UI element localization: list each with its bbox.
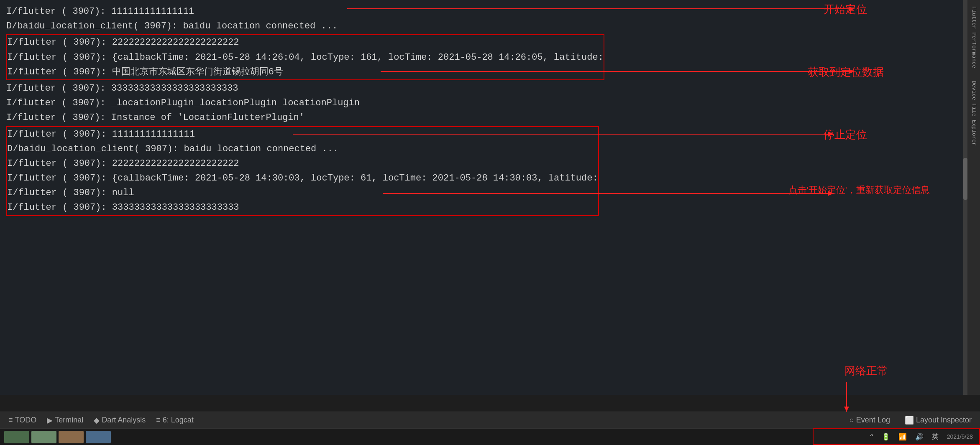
annotation-reget-location: 点击'开始定位'，重新获取定位信息 [788,184,930,196]
logcat-icon: ≡ [156,416,161,425]
log-line-3: I/flutter ( 3907): 222222222222222222222… [7,35,604,50]
log-line-2: D/baidu_location_client( 3907): baidu lo… [6,19,961,33]
log-content-10: baidu location connected ... [184,144,338,154]
bottom-toolbar: ≡ TODO ▶ Terminal ◆ Dart Analysis ≡ 6: L… [0,412,980,428]
toolbar-todo-label: TODO [15,416,37,425]
log-content-5: 中国北京市东城区东华门街道锡拉胡同6号 [112,67,283,77]
toolbar-terminal-label: Terminal [55,416,83,425]
log-line-4: I/flutter ( 3907): {callbackTime: 2021-0… [7,50,604,65]
log-prefix-3: I/flutter ( 3907): [7,37,112,48]
log-prefix-7: I/flutter ( 3907): [6,98,111,108]
red-box-group-1: I/flutter ( 3907): 222222222222222222222… [6,34,604,80]
dart-icon: ◆ [94,416,100,425]
log-line-7: I/flutter ( 3907): _locationPlugin_locat… [6,96,961,110]
log-line-1: I/flutter ( 3907): 111111111111111 [6,4,961,19]
taskbar-app-1[interactable] [4,431,29,443]
log-content-4: {callbackTime: 2021-05-28 14:26:04, locT… [112,52,604,63]
log-content-9: 111111111111111 [112,129,195,140]
arrow-network-normal [846,382,847,412]
toolbar-layout-inspector-label: Layout Inspector [916,416,972,425]
toolbar-terminal[interactable]: ▶ Terminal [43,414,87,426]
toolbar-dart-label: Dart Analysis [102,416,146,425]
log-content-11: 22222222222222222222222 [112,158,239,169]
log-content-8: Instance of 'LocationFlutterPlugin' [111,112,304,123]
tray-language[interactable]: 英 [930,432,941,442]
log-prefix-13: I/flutter ( 3907): [7,188,112,198]
annotation-get-location: 获取到定位数据 [808,65,884,79]
log-prefix-14: I/flutter ( 3907): [7,202,112,213]
log-prefix-10: D/baidu_location_client( 3907): [7,144,184,154]
log-prefix-9: I/flutter ( 3907): [7,129,112,140]
annotation-stop-location: 停止定位 [824,127,867,142]
system-tray: ^ 🔋 📶 🔊 英 2021/5/28 [813,428,980,445]
toolbar-logcat-label: 6: Logcat [163,416,194,425]
scrollbar-thumb[interactable] [963,158,967,200]
taskbar: ^ 🔋 📶 🔊 英 2021/5/28 [0,428,980,445]
log-line-11: I/flutter ( 3907): 222222222222222222222… [7,156,598,171]
arrow-stop-location [293,134,834,135]
sidebar-flutter-performance[interactable]: Flutter Performance [970,4,978,70]
event-log-icon: ○ [850,416,854,425]
log-prefix-6: I/flutter ( 3907): [6,83,111,94]
todo-icon: ≡ [8,416,13,425]
log-prefix-2: D/baidu_location_client( 3907): [6,21,183,31]
terminal-icon: ▶ [47,416,53,425]
log-content-3: 22222222222222222222222 [112,37,239,48]
red-box-group-2: I/flutter ( 3907): 111111111111111 D/bai… [6,126,599,216]
log-content-7: _locationPlugin_locationPlugin_locationP… [111,98,360,108]
toolbar-layout-inspector[interactable]: ⬜ Layout Inspector [901,414,976,426]
tray-time: 2021/5/28 [945,432,975,441]
taskbar-app-4[interactable] [86,431,111,443]
log-line-14: I/flutter ( 3907): 333333333333333333333… [7,200,598,215]
toolbar-todo[interactable]: ≡ TODO [4,414,41,426]
arrow-reget-location [383,193,834,194]
log-prefix-11: I/flutter ( 3907): [7,158,112,169]
log-line-5: I/flutter ( 3907): 中国北京市东城区东华门街道锡拉胡同6号 [7,65,604,79]
layout-inspector-icon: ⬜ [905,416,914,425]
arrow-get-location [381,71,855,72]
log-line-12: I/flutter ( 3907): {callbackTime: 2021-0… [7,171,598,186]
log-line-10: D/baidu_location_client( 3907): baidu lo… [7,142,598,156]
toolbar-logcat[interactable]: ≡ 6: Logcat [152,414,198,426]
annotation-start-location: 开始定位 [824,2,867,17]
log-area: I/flutter ( 3907): 111111111111111 D/bai… [0,0,967,395]
log-content-2: baidu location connected ... [183,21,338,31]
taskbar-app-3[interactable] [59,431,84,443]
tray-volume[interactable]: 🔊 [913,432,926,442]
tray-network[interactable]: 📶 [896,432,909,442]
log-line-6: I/flutter ( 3907): 333333333333333333333… [6,81,961,96]
toolbar-event-log[interactable]: ○ Event Log [845,414,894,426]
log-prefix-12: I/flutter ( 3907): [7,173,112,183]
taskbar-app-2[interactable] [31,431,56,443]
right-sidebar: Flutter Performance Device File Explorer [967,0,980,395]
toolbar-right-items: ○ Event Log ⬜ Layout Inspector [845,414,976,426]
tray-battery[interactable]: 🔋 [880,432,892,442]
sidebar-device-file-explorer[interactable]: Device File Explorer [970,79,978,148]
log-prefix-1: I/flutter ( 3907): [6,6,111,17]
log-content-1: 111111111111111 [111,6,194,17]
log-content-13: null [112,188,134,198]
toolbar-dart-analysis[interactable]: ◆ Dart Analysis [90,414,150,426]
toolbar-event-log-label: Event Log [856,416,890,425]
log-prefix-4: I/flutter ( 3907): [7,52,112,63]
log-prefix-5: I/flutter ( 3907): [7,67,112,77]
arrow-start-location [347,8,855,9]
log-prefix-8: I/flutter ( 3907): [6,112,111,123]
annotation-network-normal: 网络正常 [844,364,888,378]
scrollbar[interactable] [963,0,967,395]
log-content-6: 33333333333333333333333 [111,83,238,94]
tray-expand[interactable]: ^ [868,432,875,441]
log-content-12: {callbackTime: 2021-05-28 14:30:03, locT… [112,173,598,183]
log-content-14: 33333333333333333333333 [112,202,239,213]
log-line-8: I/flutter ( 3907): Instance of 'Location… [6,110,961,125]
